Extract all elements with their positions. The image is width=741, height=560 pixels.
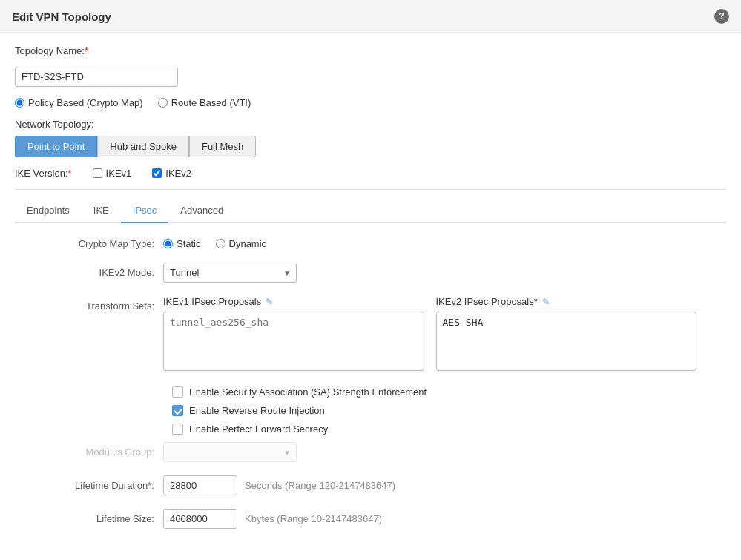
sa-strength-checkbox[interactable] [172, 386, 183, 398]
ikev2-proposals-label: IKEv2 IPsec Proposals* [436, 296, 538, 307]
modal-title: Edit VPN Topology [12, 10, 111, 23]
reverse-route-checkbox[interactable] [172, 405, 183, 416]
lifetime-size-hint: Kbytes (Range 10-2147483647) [245, 513, 382, 524]
modal-header: Edit VPN Topology ? [0, 0, 741, 33]
static-text: Static [177, 238, 201, 249]
ikev1-transform-column: IKEv1 IPsec Proposals ✎ [163, 296, 424, 373]
ikev2-proposals-textarea[interactable]: AES-SHA [436, 312, 697, 371]
lifetime-size-label: Lifetime Size: [45, 513, 163, 524]
policy-based-radio[interactable] [15, 98, 24, 108]
ikev2-text: IKEv2 [165, 168, 191, 179]
sa-strength-row: Enable Security Association (SA) Strengt… [172, 386, 696, 398]
ikev1-edit-icon[interactable]: ✎ [266, 297, 273, 307]
sa-strength-label[interactable]: Enable Security Association (SA) Strengt… [172, 386, 427, 398]
dynamic-text: Dynamic [229, 238, 267, 249]
transform-sets-row: Transform Sets: IKEv1 IPsec Proposals ✎ … [45, 296, 696, 373]
crypto-map-label: Crypto Map Type: [45, 238, 163, 249]
lifetime-size-row: Lifetime Size: Kbytes (Range 10-21474836… [45, 509, 696, 529]
dynamic-radio[interactable] [216, 239, 225, 248]
transform-sets-content: IKEv1 IPsec Proposals ✎ IKEv2 IPsec Prop… [163, 296, 696, 373]
modulus-group-select [163, 442, 297, 462]
reverse-route-label[interactable]: Enable Reverse Route Injection [172, 405, 325, 416]
perfect-forward-label[interactable]: Enable Perfect Forward Secrecy [172, 424, 328, 435]
modulus-group-row: Modulus Group: ▼ [45, 442, 696, 462]
route-based-text: Route Based (VTI) [171, 97, 251, 108]
policy-based-label[interactable]: Policy Based (Crypto Map) [15, 97, 143, 108]
ikev2-column-header: IKEv2 IPsec Proposals* ✎ [436, 296, 697, 307]
modal-container: Edit VPN Topology ? Topology Name:* Poli… [0, 0, 741, 560]
ikev1-proposals-textarea[interactable] [163, 312, 424, 371]
network-topology-label: Network Topology: [15, 119, 726, 130]
tab-advanced[interactable]: Advanced [168, 199, 235, 223]
hub-and-spoke-button[interactable]: Hub and Spoke [97, 136, 189, 157]
sa-strength-text: Enable Security Association (SA) Strengt… [189, 386, 427, 398]
ikev2-transform-column: IKEv2 IPsec Proposals* ✎ AES-SHA [436, 296, 697, 373]
lifetime-duration-input[interactable] [163, 475, 237, 495]
lifetime-duration-row: Lifetime Duration*: Seconds (Range 120-2… [45, 475, 696, 495]
topology-name-input[interactable] [15, 67, 178, 87]
dynamic-radio-label[interactable]: Dynamic [216, 238, 267, 249]
perfect-forward-text: Enable Perfect Forward Secrecy [189, 424, 328, 435]
divider [15, 189, 726, 190]
ikev1-text: IKEv1 [106, 168, 132, 179]
ikev2-checkbox[interactable] [152, 168, 162, 178]
tabs-container: Endpoints IKE IPsec Advanced [15, 199, 726, 223]
static-radio-label[interactable]: Static [163, 238, 201, 249]
topology-name-row: Topology Name:* [15, 45, 726, 56]
topology-name-label: Topology Name:* [15, 45, 88, 56]
reverse-route-text: Enable Reverse Route Injection [189, 405, 325, 416]
help-button[interactable]: ? [714, 9, 729, 24]
lifetime-duration-hint: Seconds (Range 120-2147483647) [245, 480, 395, 491]
modulus-group-select-wrapper: ▼ [163, 442, 297, 462]
static-radio[interactable] [163, 239, 173, 248]
perfect-forward-checkbox[interactable] [172, 424, 183, 435]
network-topology-text: Network Topology: [15, 119, 94, 130]
ike-version-row: IKE Version:* IKEv1 IKEv2 [15, 168, 726, 179]
modulus-group-label: Modulus Group: [45, 447, 163, 458]
modal-body: Topology Name:* Policy Based (Crypto Map… [0, 33, 741, 560]
topology-name-input-row [15, 67, 726, 87]
transform-sets-label: Transform Sets: [45, 296, 163, 312]
ikev1-column-header: IKEv1 IPsec Proposals ✎ [163, 296, 424, 307]
tab-endpoints[interactable]: Endpoints [15, 199, 82, 223]
tab-ike[interactable]: IKE [82, 199, 121, 223]
ikev1-checkbox[interactable] [93, 168, 102, 178]
vpn-type-group: Policy Based (Crypto Map) Route Based (V… [15, 97, 726, 108]
full-mesh-button[interactable]: Full Mesh [189, 136, 256, 157]
ikev2-mode-select-wrapper: Tunnel Transport ▼ [163, 263, 297, 283]
reverse-route-row: Enable Reverse Route Injection [172, 405, 696, 416]
ipsec-content: Crypto Map Type: Static Dynamic IKEv2 Mo… [15, 223, 726, 557]
point-to-point-button[interactable]: Point to Point [15, 136, 97, 157]
ikev1-label[interactable]: IKEv1 [93, 168, 132, 179]
crypto-map-options: Static Dynamic [163, 238, 266, 249]
crypto-map-type-row: Crypto Map Type: Static Dynamic [45, 238, 696, 249]
ikev2-edit-icon[interactable]: ✎ [542, 297, 550, 307]
ikev2-mode-select[interactable]: Tunnel Transport [163, 263, 297, 283]
lifetime-size-input[interactable] [163, 509, 237, 529]
network-topology-buttons: Point to Point Hub and Spoke Full Mesh [15, 136, 726, 157]
lifetime-duration-label: Lifetime Duration*: [45, 480, 163, 491]
ikev2-mode-label: IKEv2 Mode: [45, 267, 163, 278]
ikev2-label[interactable]: IKEv2 [152, 168, 191, 179]
tab-ipsec[interactable]: IPsec [121, 199, 169, 223]
perfect-forward-row: Enable Perfect Forward Secrecy [172, 424, 696, 435]
ikev2-mode-row: IKEv2 Mode: Tunnel Transport ▼ [45, 263, 696, 283]
route-based-label[interactable]: Route Based (VTI) [158, 97, 251, 108]
ike-version-label: IKE Version:* [15, 168, 72, 179]
policy-based-text: Policy Based (Crypto Map) [28, 97, 143, 108]
route-based-radio[interactable] [158, 98, 168, 108]
ikev1-proposals-label: IKEv1 IPsec Proposals [163, 296, 261, 307]
